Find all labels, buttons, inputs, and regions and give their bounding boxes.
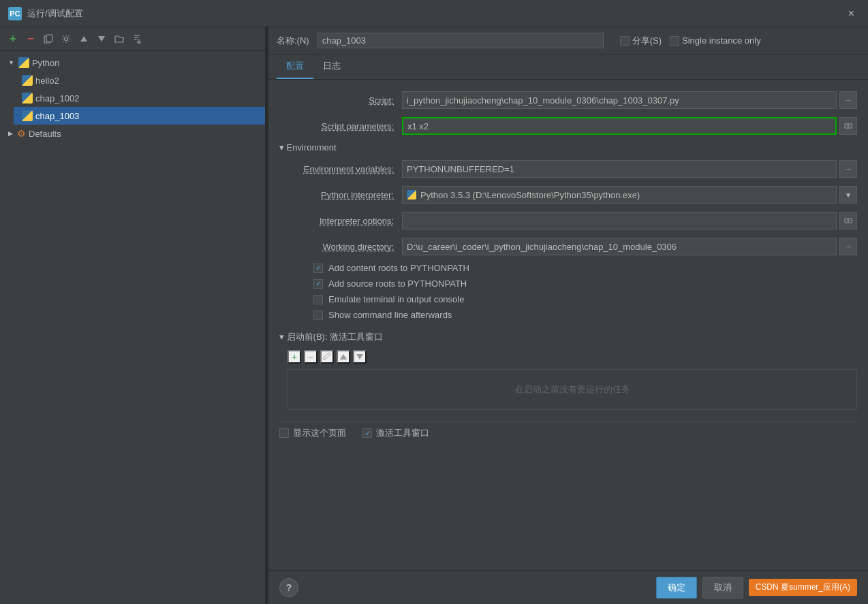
working-dir-browse-button[interactable]: ··· — [839, 238, 857, 255]
working-dir-label: Working directory: — [279, 242, 402, 252]
working-dir-input-wrap: D:\u_career\i_coder\i_python_jichujiaoch… — [402, 238, 857, 255]
move-down-button[interactable] — [94, 31, 109, 46]
script-params-label: Script parameters: — [279, 121, 402, 131]
interp-options-row: Interpreter options: — [279, 211, 857, 230]
add-config-button[interactable]: + — [5, 31, 20, 46]
tree-item-hello2[interactable]: hello2 — [14, 71, 265, 89]
before-launch-remove-button[interactable]: − — [304, 350, 317, 364]
emulate-terminal-row: Emulate terminal in output console — [313, 294, 857, 304]
script-row: Script: i_python_jichujiaocheng\chap_10_… — [279, 91, 857, 110]
interp-options-input-wrap — [402, 212, 857, 229]
bottom-section: 显示这个页面 激活工具窗口 — [279, 421, 857, 439]
show-cmd-row: Show command line afterwards — [313, 310, 857, 320]
move-up-button[interactable] — [76, 31, 91, 46]
tree-python-group[interactable]: ▼ Python — [0, 54, 265, 71]
working-dir-row: Working directory: D:\u_career\i_coder\i… — [279, 237, 857, 256]
script-params-input[interactable]: x1 x2 — [402, 117, 837, 135]
before-launch-down-button[interactable] — [353, 350, 367, 364]
tree-defaults-label: Defaults — [29, 129, 61, 139]
before-launch-add-button[interactable]: + — [288, 350, 301, 364]
interp-options-browse-button[interactable] — [839, 212, 857, 229]
left-panel: + − — [0, 27, 266, 604]
python-folder-icon — [18, 57, 29, 68]
tree-defaults-group[interactable]: ▶ ⚙ Defaults — [0, 125, 265, 142]
activate-window-checkbox[interactable] — [362, 428, 372, 438]
config-name-input[interactable]: chap_1003 — [317, 33, 604, 48]
python-interp-value: Python 3.5.3 (D:\LenovoSoftstore\Python3… — [420, 190, 640, 200]
script-params-input-wrap: x1 x2 — [402, 117, 857, 135]
share-checkbox-group: 分享(S) — [620, 35, 662, 47]
env-vars-browse-button[interactable]: ··· — [839, 160, 857, 178]
csdn-label: CSDN 夏summer_应用(A) — [756, 582, 850, 593]
environment-section-header[interactable]: ▾ Environment — [279, 142, 857, 153]
tree-item-chap1003[interactable]: chap_1003 — [14, 107, 265, 125]
env-vars-row: Environment variables: PYTHONUNBUFFERED=… — [279, 159, 857, 178]
before-launch-empty-msg: 在启动之前没有要运行的任务 — [288, 369, 857, 410]
close-button[interactable]: × — [843, 5, 860, 22]
script-input[interactable]: i_python_jichujiaocheng\chap_10_module_0… — [402, 91, 837, 109]
add-source-roots-checkbox[interactable] — [313, 279, 323, 289]
help-button[interactable]: ? — [279, 578, 298, 597]
ok-button[interactable]: 确定 — [656, 577, 697, 599]
single-instance-group: Single instance only — [670, 35, 761, 46]
toolbar: + − — [0, 27, 265, 51]
python-file-icon-selected — [22, 110, 33, 121]
script-input-wrap: i_python_jichujiaocheng\chap_10_module_0… — [402, 91, 857, 109]
name-field-label: 名称:(N) — [277, 35, 309, 47]
show-page-checkbox[interactable] — [279, 428, 289, 438]
interp-options-label: Interpreter options: — [279, 216, 402, 226]
svg-rect-1 — [46, 35, 52, 42]
script-params-row: Script parameters: x1 x2 — [279, 116, 857, 136]
script-params-browse-button[interactable] — [839, 117, 857, 135]
tabs-bar: 配置 日志 — [268, 54, 868, 80]
add-content-roots-checkbox[interactable] — [313, 264, 323, 273]
emulate-terminal-checkbox[interactable] — [313, 295, 323, 304]
app-icon: PC — [8, 7, 22, 20]
python-interp-row: Python interpreter: Python 3.5.3 (D:\Len… — [279, 185, 857, 204]
tree-item-chap1002-label: chap_1002 — [35, 93, 79, 104]
add-content-roots-row: Add content roots to PYTHONPATH — [313, 263, 857, 273]
before-launch-edit-button[interactable] — [320, 350, 334, 364]
show-page-label: 显示这个页面 — [293, 427, 346, 439]
before-launch-label: ▾ 启动前(B): 激活工具窗口 — [279, 331, 383, 343]
python-file-icon — [22, 93, 33, 104]
env-vars-input[interactable]: PYTHONUNBUFFERED=1 — [402, 160, 837, 178]
tab-config[interactable]: 配置 — [277, 54, 313, 79]
csdn-badge: CSDN 夏summer_应用(A) — [749, 579, 857, 596]
show-cmd-checkbox[interactable] — [313, 311, 323, 320]
tree-expand-arrow: ▼ — [8, 59, 14, 66]
script-label: Script: — [279, 95, 402, 106]
add-content-roots-label: Add content roots to PYTHONPATH — [328, 263, 469, 273]
cancel-button[interactable]: 取消 — [702, 577, 743, 599]
tree-defaults-arrow: ▶ — [8, 130, 13, 137]
footer: ? 确定 取消 CSDN 夏summer_应用(A) — [268, 570, 868, 604]
python-interp-dropdown-button[interactable]: ▼ — [839, 186, 857, 204]
config-content: Script: i_python_jichujiaocheng\chap_10_… — [268, 80, 868, 570]
single-instance-checkbox[interactable] — [670, 36, 679, 46]
window-title: 运行/调试配置 — [27, 7, 83, 20]
single-instance-label: Single instance only — [682, 35, 761, 46]
share-checkbox[interactable] — [620, 36, 630, 46]
python-interp-input-wrap: Python 3.5.3 (D:\LenovoSoftstore\Python3… — [402, 186, 857, 204]
settings-button[interactable] — [59, 31, 74, 46]
copy-config-button[interactable] — [41, 31, 56, 46]
activate-window-label: 激活工具窗口 — [376, 427, 429, 439]
folder-button[interactable] — [112, 31, 127, 46]
before-launch-section: ▾ 启动前(B): 激活工具窗口 + − — [279, 331, 857, 410]
activate-window-row: 激活工具窗口 — [362, 427, 429, 439]
tab-log[interactable]: 日志 — [313, 54, 350, 79]
sort-button[interactable] — [129, 31, 144, 46]
interp-options-input[interactable] — [402, 212, 837, 229]
script-browse-button[interactable]: ··· — [839, 91, 857, 109]
tree-item-chap1002[interactable]: chap_1002 — [14, 89, 265, 107]
working-dir-input[interactable]: D:\u_career\i_coder\i_python_jichujiaoch… — [402, 238, 837, 255]
before-launch-header[interactable]: ▾ 启动前(B): 激活工具窗口 — [279, 331, 857, 343]
tree-item-hello2-label: hello2 — [35, 76, 59, 86]
before-launch-toolbar: + − — [288, 350, 857, 364]
env-vars-input-wrap: PYTHONUNBUFFERED=1 ··· — [402, 160, 857, 178]
python-file-icon — [22, 75, 33, 86]
before-launch-up-button[interactable] — [337, 350, 350, 364]
tree-item-chap1003-label: chap_1003 — [35, 111, 79, 121]
remove-config-button[interactable]: − — [23, 31, 38, 46]
config-header: 名称:(N) chap_1003 分享(S) Single instance o… — [268, 27, 868, 54]
